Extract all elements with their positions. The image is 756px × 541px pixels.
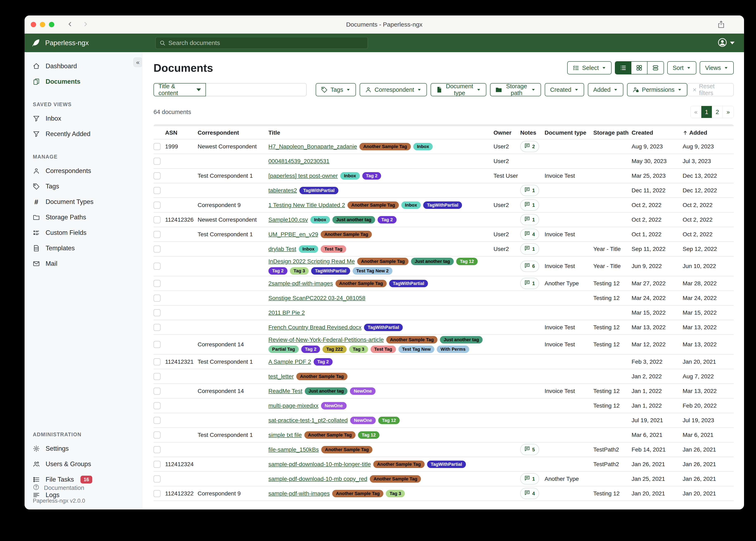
column-header-created[interactable]: Created bbox=[632, 130, 683, 136]
row-checkbox[interactable] bbox=[154, 461, 161, 468]
tag-pill[interactable]: TagWithPartial bbox=[364, 324, 403, 331]
tag-pill[interactable]: Inbox bbox=[340, 172, 360, 180]
document-title-link[interactable]: H7_Napoleon_Bonaparte_zadanie bbox=[268, 143, 357, 150]
notes-badge[interactable]: 2 bbox=[520, 141, 539, 152]
row-checkbox[interactable] bbox=[154, 446, 161, 453]
tag-pill[interactable]: Just another tag bbox=[440, 336, 483, 343]
notes-badge[interactable]: 1 bbox=[520, 473, 539, 484]
document-title-link[interactable]: 2sample-pdf-with-images bbox=[268, 280, 333, 287]
document-title-link[interactable]: ReadMe Test bbox=[268, 388, 302, 394]
document-title-link[interactable]: multi-page-mixedxx bbox=[268, 402, 319, 409]
document-title-link[interactable]: sat-practice-test-1_pt2-collated bbox=[268, 417, 348, 424]
row-checkbox[interactable] bbox=[154, 231, 161, 238]
column-header-notes[interactable]: Notes bbox=[520, 130, 545, 136]
pagination-page-1[interactable]: 1 bbox=[701, 106, 712, 118]
filter-button-created[interactable]: Created bbox=[545, 83, 584, 96]
row-checkbox[interactable] bbox=[154, 263, 161, 270]
filter-button-document-type[interactable]: Document type bbox=[431, 83, 486, 96]
tag-pill[interactable]: Another Sample Tag bbox=[321, 446, 372, 453]
filter-button-correspondent[interactable]: Correspondent bbox=[360, 83, 427, 96]
row-checkbox[interactable] bbox=[154, 388, 161, 395]
tag-pill[interactable]: Tag 12 bbox=[456, 258, 478, 265]
sidebar-item-storage-paths[interactable]: Storage Paths bbox=[25, 210, 142, 225]
tag-pill[interactable]: Tag 222 bbox=[322, 345, 346, 353]
tag-pill[interactable]: Another Sample Tag bbox=[386, 336, 437, 343]
document-title-link[interactable]: drylab Test bbox=[268, 246, 296, 253]
tag-pill[interactable]: Test Tag New bbox=[398, 345, 435, 353]
global-search[interactable] bbox=[155, 37, 368, 49]
document-title-link[interactable]: sample-pdf-download-10-mb copy_red bbox=[268, 476, 367, 482]
document-title-link[interactable]: tablerates2 bbox=[268, 187, 297, 194]
sidebar-item-inbox[interactable]: Inbox bbox=[25, 111, 142, 126]
tag-pill[interactable]: Test Tag bbox=[321, 245, 346, 253]
tag-pill[interactable]: Another Sample Tag bbox=[321, 231, 372, 238]
row-checkbox[interactable] bbox=[154, 309, 161, 316]
tag-pill[interactable]: Another Sample Tag bbox=[357, 258, 408, 265]
sidebar-item-recently-added[interactable]: Recently Added bbox=[25, 126, 142, 142]
sidebar-item-document-types[interactable]: #Document Types bbox=[25, 194, 142, 210]
column-header-owner[interactable]: Owner bbox=[494, 130, 520, 136]
sidebar-item-documentation[interactable]: Documentation bbox=[25, 481, 142, 495]
notes-badge[interactable]: 1 bbox=[520, 278, 539, 289]
notes-badge[interactable]: 5 bbox=[520, 444, 539, 455]
notes-badge[interactable]: 1 bbox=[520, 214, 539, 225]
document-title-link[interactable]: UM_PPBE_en_v29 bbox=[268, 231, 318, 238]
pagination-page-2[interactable]: 2 bbox=[712, 106, 723, 118]
tag-pill[interactable]: NewOne bbox=[350, 387, 376, 395]
tag-pill[interactable]: Another Sample Tag bbox=[332, 490, 383, 497]
tag-pill[interactable]: Inbox bbox=[310, 216, 330, 224]
tag-pill[interactable]: Test Tag bbox=[371, 345, 396, 353]
user-menu[interactable] bbox=[718, 38, 735, 48]
row-checkbox[interactable] bbox=[154, 358, 161, 365]
tag-pill[interactable]: Tag 2 bbox=[268, 267, 287, 274]
sidebar-item-mail[interactable]: Mail bbox=[25, 256, 142, 271]
notes-badge[interactable]: 1 bbox=[520, 243, 539, 255]
view-grid-toggle[interactable] bbox=[631, 62, 647, 74]
tag-pill[interactable]: Just another tag bbox=[305, 387, 347, 395]
column-header-asn[interactable]: ASN bbox=[165, 130, 197, 136]
sidebar-item-settings[interactable]: Settings bbox=[25, 441, 142, 456]
row-checkbox[interactable] bbox=[154, 158, 161, 165]
column-header-correspondent[interactable]: Correspondent bbox=[198, 130, 268, 136]
row-checkbox[interactable] bbox=[154, 324, 161, 331]
search-input[interactable] bbox=[168, 39, 364, 46]
view-cards-toggle[interactable] bbox=[647, 62, 664, 74]
row-checkbox[interactable] bbox=[154, 172, 161, 179]
tag-pill[interactable]: Another Sample Tag bbox=[296, 373, 347, 380]
title-content-filter-button[interactable]: Title & content bbox=[154, 83, 206, 96]
sidebar-item-custom-fields[interactable]: Custom Fields bbox=[25, 225, 142, 241]
tag-pill[interactable]: Test Tag New 2 bbox=[353, 267, 392, 274]
sidebar-item-users-groups[interactable]: Users & Groups bbox=[25, 456, 142, 472]
filter-button-storage-path[interactable]: Storage path bbox=[490, 83, 541, 96]
row-checkbox[interactable] bbox=[154, 280, 161, 287]
row-checkbox[interactable] bbox=[154, 246, 161, 253]
document-title-link[interactable]: 0004814539_20230531 bbox=[268, 158, 330, 165]
notes-badge[interactable]: 6 bbox=[520, 261, 539, 272]
tag-pill[interactable]: NewOne bbox=[321, 402, 347, 409]
notes-badge[interactable]: 4 bbox=[520, 488, 539, 499]
tag-pill[interactable]: Tag 3 bbox=[349, 345, 368, 353]
document-title-link[interactable]: Review-of-New-York-Federal-Petitions-art… bbox=[268, 336, 384, 343]
document-title-link[interactable]: Sonstige ScanPC2022 03-24_081058 bbox=[268, 295, 365, 301]
row-checkbox[interactable] bbox=[154, 187, 161, 194]
brand[interactable]: Paperless-ngx bbox=[31, 38, 89, 48]
document-title-link[interactable]: A Sample PDF 2 bbox=[268, 358, 311, 365]
filter-button-tags[interactable]: Tags bbox=[316, 83, 356, 96]
reset-filters-button[interactable]: × Reset filters bbox=[687, 83, 734, 96]
sidebar-item-templates[interactable]: Templates bbox=[25, 241, 142, 256]
notes-badge[interactable]: 4 bbox=[520, 229, 539, 240]
row-checkbox[interactable] bbox=[154, 417, 161, 424]
sidebar-item-documents[interactable]: Documents bbox=[25, 74, 142, 89]
filter-button-permissions[interactable]: Permissions bbox=[627, 83, 687, 96]
tag-pill[interactable]: Tag 3 bbox=[290, 267, 309, 274]
tag-pill[interactable]: Inbox bbox=[413, 143, 433, 150]
document-title-link[interactable]: test_letter bbox=[268, 373, 294, 380]
tag-pill[interactable]: NewOne bbox=[350, 417, 376, 424]
tag-pill[interactable]: Tag 3 bbox=[386, 490, 405, 497]
sidebar-item-correspondents[interactable]: Correspondents bbox=[25, 163, 142, 179]
column-header-title[interactable]: Title bbox=[268, 130, 494, 136]
row-checkbox[interactable] bbox=[154, 475, 161, 482]
row-checkbox[interactable] bbox=[154, 341, 161, 348]
document-title-link[interactable]: Sample100.csv bbox=[268, 217, 308, 223]
tag-pill[interactable]: Just another tag bbox=[332, 216, 375, 224]
